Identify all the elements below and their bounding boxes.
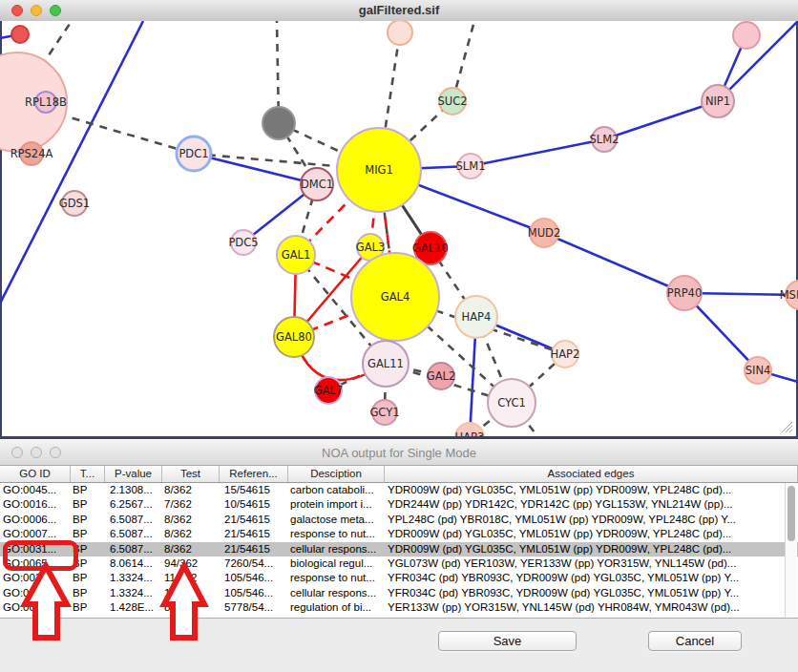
node-label-suc2: SUC2 bbox=[437, 94, 467, 108]
table-cell: 21/54615 bbox=[220, 542, 288, 556]
node-label-prp40: PRP40 bbox=[667, 286, 703, 300]
node-label-mig1: MIG1 bbox=[365, 163, 393, 177]
table-row[interactable]: GO:0065...BP8.0614...94/3627260/54...bio… bbox=[0, 556, 798, 571]
table-cell: 8/362 bbox=[162, 483, 220, 497]
network-node-graynode[interactable] bbox=[262, 107, 295, 139]
node-label-gds1: GDS1 bbox=[59, 197, 90, 210]
column-header-go-id[interactable]: GO ID bbox=[0, 466, 71, 482]
table-cell: YFR034C (pd) YBR093C, YDR009W (pd) YGL03… bbox=[385, 571, 798, 585]
table-cell: 80/362 bbox=[162, 600, 220, 615]
table-cell: 10/54615 bbox=[220, 497, 288, 512]
table-cell: 94/362 bbox=[162, 556, 220, 571]
table-cell: BP bbox=[71, 571, 105, 585]
node-label-cyc1: CYC1 bbox=[497, 396, 526, 410]
table-cell: 2.1308... bbox=[105, 483, 162, 497]
table-cell: GO:0031... bbox=[0, 571, 71, 585]
table-cell: protein import i... bbox=[288, 497, 385, 512]
table-row[interactable]: GO:0050...BP1.428E...80/3625778/54...reg… bbox=[0, 600, 798, 615]
table-cell: 7260/54... bbox=[220, 556, 288, 571]
table-row[interactable]: GO:0006...BP6.5087...8/36221/54615galact… bbox=[0, 513, 798, 527]
table-cell: 8/362 bbox=[162, 527, 220, 541]
table-cell: GO:0031... bbox=[0, 586, 71, 600]
table-cell: 21/54615 bbox=[220, 513, 288, 527]
table-cell: BP bbox=[71, 586, 105, 600]
table-cell: galactose meta... bbox=[288, 513, 385, 527]
table-row[interactable]: GO:0031...BP1.3324...11/362105/546...res… bbox=[0, 571, 798, 585]
table-cell: 6.5087... bbox=[105, 513, 162, 527]
table-cell: 21/54615 bbox=[220, 527, 288, 541]
cancel-button[interactable]: Cancel bbox=[648, 631, 742, 651]
table-header-row[interactable]: GO IDT...P-valueTestReferen...Desciption… bbox=[0, 466, 798, 483]
vertical-scrollbar[interactable] bbox=[785, 483, 797, 617]
node-label-hap4: HAP4 bbox=[462, 310, 492, 324]
node-label-gal2: GAL2 bbox=[427, 369, 456, 383]
table-cell: YDR009W (pd) YGL035C, YML051W (pp) YDR00… bbox=[385, 527, 798, 541]
node-label-gal10: GAL10 bbox=[412, 242, 449, 255]
node-label-pdc5: PDC5 bbox=[228, 236, 258, 249]
node-label-slm2: SLM2 bbox=[590, 133, 620, 146]
network-canvas[interactable]: RPL18BRPS24AGDS1PDC1DMC1MIG1PDC5GAL1GAL3… bbox=[0, 21, 798, 439]
network-node-cornertl[interactable] bbox=[11, 26, 29, 43]
table-cell: 6.2567... bbox=[105, 497, 162, 512]
network-edge[interactable] bbox=[544, 233, 684, 293]
node-label-gal80: GAL80 bbox=[276, 330, 312, 344]
column-header-desciption[interactable]: Desciption bbox=[288, 466, 385, 482]
table-row[interactable]: GO:0016...BP6.2567...7/36210/54615protei… bbox=[0, 497, 798, 512]
noa-titlebar[interactable]: NOA output for Single Mode bbox=[0, 440, 798, 466]
table-cell: 7/362 bbox=[162, 497, 220, 512]
column-header-associated-edges[interactable]: Associated edges bbox=[385, 466, 798, 482]
scrollbar-thumb[interactable] bbox=[788, 486, 795, 541]
node-label-hap3: HAP3 bbox=[455, 430, 485, 436]
table-cell: 1.3324... bbox=[105, 586, 162, 600]
table-cell: 1.428E... bbox=[105, 600, 162, 615]
column-header-p-value[interactable]: P-value bbox=[105, 466, 162, 482]
table-cell: BP bbox=[71, 497, 105, 512]
table-cell: 105/546... bbox=[220, 586, 288, 600]
save-button[interactable]: Save bbox=[438, 631, 577, 651]
resize-grip-icon[interactable] bbox=[780, 420, 793, 433]
main-window-titlebar[interactable]: galFiltered.sif bbox=[0, 0, 798, 22]
table-cell: 8/362 bbox=[162, 542, 220, 556]
table-cell: 6.5087... bbox=[105, 527, 162, 541]
node-label-gal4: GAL4 bbox=[381, 290, 410, 304]
node-label-pdc1: PDC1 bbox=[178, 147, 208, 160]
table-row[interactable]: GO:0031...BP6.5087...8/36221/54615cellul… bbox=[0, 542, 798, 556]
table-cell: response to nut... bbox=[288, 527, 385, 541]
network-edge[interactable] bbox=[604, 101, 718, 139]
network-graph: RPL18BRPS24AGDS1PDC1DMC1MIG1PDC5GAL1GAL3… bbox=[0, 21, 798, 436]
network-node-topright[interactable] bbox=[733, 22, 760, 49]
table-cell: cellular respons... bbox=[288, 542, 385, 556]
column-header-test[interactable]: Test bbox=[162, 466, 220, 482]
table-row[interactable]: GO:0007...BP6.5087...8/36221/54615respon… bbox=[0, 527, 798, 541]
column-header-referen[interactable]: Referen... bbox=[220, 466, 288, 482]
table-cell: GO:0050... bbox=[0, 600, 71, 615]
table-cell: 6.5087... bbox=[105, 542, 162, 556]
application-window: { "main_window": { "title": "galFiltered… bbox=[0, 0, 798, 672]
table-cell: YDR244W (pp) YDR142C, YDR142C (pp) YGL15… bbox=[385, 497, 798, 512]
table-cell: response to nut... bbox=[288, 571, 385, 585]
node-label-gal7: GAL7 bbox=[314, 384, 344, 397]
table-cell: biological regul... bbox=[288, 556, 385, 571]
table-cell: 105/546... bbox=[220, 571, 288, 585]
table-row[interactable]: GO:0031...BP1.3324...11/362105/546...cel… bbox=[0, 586, 798, 600]
column-header-t[interactable]: T... bbox=[71, 466, 105, 482]
annotation-highlight-rect bbox=[3, 540, 78, 571]
table-cell: 8.0614... bbox=[105, 556, 162, 571]
network-edge[interactable] bbox=[471, 139, 604, 166]
node-label-gal11: GAL11 bbox=[368, 357, 404, 370]
network-node-topnode1[interactable] bbox=[388, 21, 412, 45]
table-row[interactable]: GO:0045...BP2.1308...8/36215/54615carbon… bbox=[0, 483, 798, 497]
table-cell: BP bbox=[71, 513, 105, 527]
table-cell: YER133W (pp) YOR315W, YNL145W (pd) YHR08… bbox=[385, 600, 798, 615]
button-bar: Save Cancel bbox=[0, 618, 798, 672]
table-cell: YGL073W (pd) YER103W, YER133W (pp) YOR31… bbox=[385, 556, 798, 571]
table-cell: BP bbox=[71, 483, 105, 497]
table-cell: 5778/54... bbox=[220, 600, 288, 615]
node-label-dmc1: DMC1 bbox=[301, 178, 333, 191]
table-cell: YFR034C (pd) YBR093C, YDR009W (pd) YGL03… bbox=[385, 586, 798, 600]
table-cell: 1.3324... bbox=[105, 571, 162, 585]
table-cell: regulation of bi... bbox=[288, 600, 385, 615]
node-label-hap2: HAP2 bbox=[551, 347, 580, 361]
table-cell: YPL248C (pd) YBR018C, YML051W (pp) YDR00… bbox=[385, 513, 798, 527]
noa-window-title: NOA output for Single Mode bbox=[0, 446, 798, 460]
